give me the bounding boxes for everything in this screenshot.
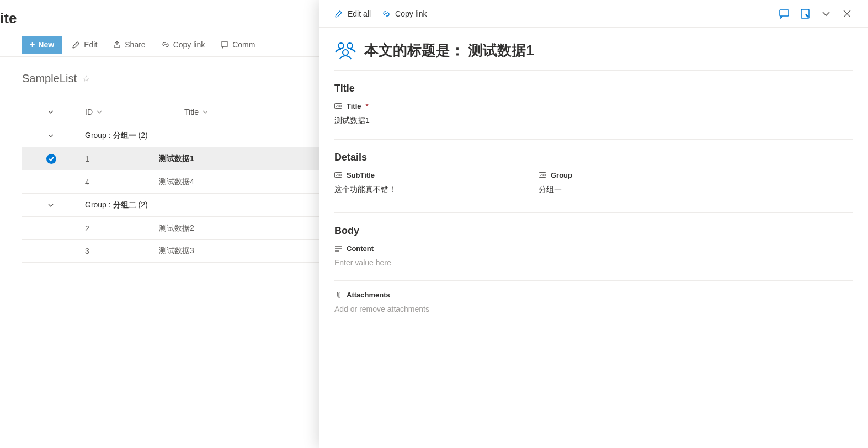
column-header-title[interactable]: Title xyxy=(184,108,209,116)
comment-button-label: Comm xyxy=(232,40,255,49)
edit-all-button[interactable]: Edit all xyxy=(334,9,371,18)
comment-icon xyxy=(220,40,229,49)
group-name: 分组二 xyxy=(113,200,136,209)
group-prefix: Group : xyxy=(85,200,113,209)
panel-copy-link-label: Copy link xyxy=(395,9,427,18)
item-title: 测试数据2 xyxy=(159,223,194,233)
field-value-subtitle[interactable]: 这个功能真不错！ xyxy=(334,185,528,205)
people-icon xyxy=(334,41,356,60)
svg-point-3 xyxy=(338,43,344,49)
link-icon xyxy=(161,40,170,49)
panel-form-icon[interactable] xyxy=(800,8,811,19)
edit-all-label: Edit all xyxy=(348,9,371,18)
item-title: 测试数据4 xyxy=(159,177,194,187)
chevron-down-icon[interactable] xyxy=(47,109,54,115)
svg-point-4 xyxy=(347,43,353,49)
selected-check-icon[interactable] xyxy=(46,154,56,164)
new-button[interactable]: + New xyxy=(22,36,62,54)
share-button-label: Share xyxy=(125,40,145,49)
section-details: Details xyxy=(334,152,853,163)
group-count: (2) xyxy=(138,131,147,140)
item-id: 2 xyxy=(60,224,159,233)
chevron-down-icon[interactable] xyxy=(821,8,832,19)
group-count: (2) xyxy=(138,200,147,209)
svg-rect-1 xyxy=(780,10,789,16)
field-label-content: Content xyxy=(347,244,374,253)
plus-icon: + xyxy=(30,40,35,49)
text-field-icon: Abc xyxy=(334,172,342,179)
panel-copy-link-button[interactable]: Copy link xyxy=(382,9,427,18)
column-header-title-label: Title xyxy=(184,108,199,116)
item-id: 4 xyxy=(60,178,159,186)
column-header-id[interactable]: ID xyxy=(85,108,184,116)
edit-button-label: Edit xyxy=(84,40,97,49)
multiline-icon xyxy=(334,246,342,252)
column-header-id-label: ID xyxy=(85,108,93,116)
new-button-label: New xyxy=(38,40,54,49)
field-label-subtitle: SubTitle xyxy=(347,171,375,179)
details-panel: Edit all Copy link 本 xyxy=(319,0,868,448)
chevron-down-icon xyxy=(96,109,103,115)
edit-button[interactable]: Edit xyxy=(66,33,103,57)
group-name: 分组一 xyxy=(113,131,136,140)
pencil-icon xyxy=(72,40,81,49)
item-title: 测试数据1 xyxy=(159,154,194,164)
share-button[interactable]: Share xyxy=(107,33,151,57)
copy-link-button[interactable]: Copy link xyxy=(156,33,211,57)
list-name: SampleList xyxy=(22,72,77,85)
field-value-group[interactable]: 分组一 xyxy=(539,185,853,205)
required-indicator: * xyxy=(366,102,369,110)
panel-heading: 本文的标题是： 测试数据1 xyxy=(364,41,534,60)
section-body: Body xyxy=(334,225,853,237)
item-id: 3 xyxy=(60,247,159,255)
item-id: 1 xyxy=(60,154,159,163)
svg-text:Abc: Abc xyxy=(540,173,546,177)
text-field-icon: Abc xyxy=(539,172,546,179)
panel-toolbar: Edit all Copy link xyxy=(319,0,868,28)
field-value-attachments[interactable]: Add or remove attachments xyxy=(334,305,853,323)
panel-comment-icon[interactable] xyxy=(779,8,790,19)
svg-rect-0 xyxy=(221,42,228,46)
svg-text:Abc: Abc xyxy=(336,173,342,177)
chevron-down-icon xyxy=(47,202,54,209)
svg-text:Abc: Abc xyxy=(336,104,342,108)
chevron-down-icon xyxy=(202,109,209,115)
favorite-star-icon[interactable]: ☆ xyxy=(82,73,90,84)
field-label-attachments: Attachments xyxy=(347,291,390,299)
field-label-title: Title xyxy=(347,102,361,110)
section-title: Title xyxy=(334,83,853,94)
attachment-icon xyxy=(334,292,342,298)
pencil-icon xyxy=(334,9,343,18)
text-field-icon: Abc xyxy=(334,103,342,110)
link-icon xyxy=(382,9,391,18)
item-title: 测试数据3 xyxy=(159,246,194,256)
chevron-down-icon xyxy=(47,132,54,139)
svg-point-5 xyxy=(343,50,348,55)
close-icon[interactable] xyxy=(842,8,853,19)
copy-link-button-label: Copy link xyxy=(173,40,205,49)
field-value-title[interactable]: 测试数据1 xyxy=(334,116,853,136)
field-label-group: Group xyxy=(551,171,572,179)
group-prefix: Group : xyxy=(85,131,113,140)
field-value-content[interactable]: Enter value here xyxy=(334,258,853,277)
comment-button[interactable]: Comm xyxy=(215,33,260,57)
share-icon xyxy=(113,40,121,49)
